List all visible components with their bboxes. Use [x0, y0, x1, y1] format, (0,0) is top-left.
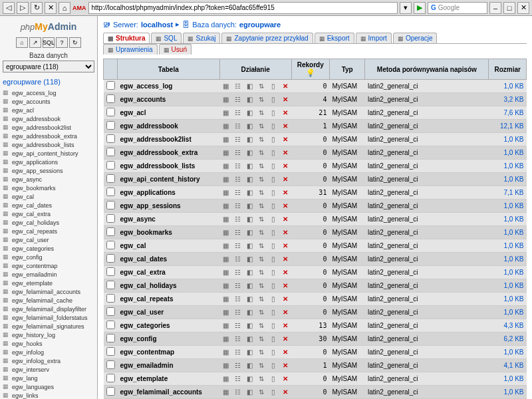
sidebar-table-item[interactable]: egw_cal_user [3, 235, 94, 244]
table-name-cell[interactable]: egw_addressbook [118, 120, 220, 133]
table-name-cell[interactable]: egw_cal_dates [118, 253, 220, 266]
browse-icon[interactable]: ▦ [219, 306, 231, 319]
insert-icon[interactable]: ⇅ [255, 80, 267, 93]
sidebar-table-item[interactable]: egw_app_sessions [3, 166, 94, 175]
table-name-cell[interactable]: egw_accounts [118, 93, 220, 106]
table-name-cell[interactable]: egw_categories [118, 319, 220, 332]
reload-button[interactable]: ↻ [31, 2, 43, 14]
browse-icon[interactable]: ▦ [219, 93, 231, 106]
insert-icon[interactable]: ⇅ [255, 160, 267, 173]
structure-icon[interactable]: ☷ [231, 186, 243, 200]
drop-icon[interactable]: ✕ [279, 173, 291, 186]
row-checkbox[interactable] [106, 81, 115, 90]
browse-icon[interactable]: ▦ [219, 386, 231, 399]
structure-icon[interactable]: ☷ [231, 372, 243, 386]
row-checkbox[interactable] [106, 134, 115, 143]
search-icon[interactable]: ◧ [243, 346, 255, 359]
structure-icon[interactable]: ☷ [231, 146, 243, 160]
browse-icon[interactable]: ▦ [219, 293, 231, 306]
sidebar-table-item[interactable]: egw_addressbook [3, 114, 94, 123]
tab-sql[interactable]: ▦SQL [151, 33, 182, 43]
sidebar-table-item[interactable]: egw_emailadmin [3, 270, 94, 279]
empty-icon[interactable]: ▯ [267, 213, 279, 226]
size-cell[interactable]: 7,6 KB [489, 106, 527, 120]
sidebar-table-item[interactable]: egw_access_log [3, 88, 94, 97]
sidebar-table-item[interactable]: egw_felamimail_signatures [3, 322, 94, 331]
structure-icon[interactable]: ☷ [231, 346, 243, 359]
size-cell[interactable]: 1,0 KB [489, 306, 527, 319]
browse-icon[interactable]: ▦ [219, 133, 231, 146]
table-name-cell[interactable]: egw_emailadmin [118, 359, 220, 372]
search-icon[interactable]: ◧ [243, 80, 255, 93]
size-cell[interactable]: 1,0 KB [489, 226, 527, 239]
sidebar-table-item[interactable]: egw_felamimail_accounts [3, 287, 94, 296]
tab-usuń[interactable]: ▦Usuń [159, 44, 192, 55]
insert-icon[interactable]: ⇅ [255, 306, 267, 319]
structure-icon[interactable]: ☷ [231, 266, 243, 279]
url-bar[interactable]: http://localhost/phpmyadmin/index.php?to… [88, 2, 398, 14]
structure-icon[interactable]: ☷ [231, 332, 243, 346]
table-name-cell[interactable]: egw_cal_repeats [118, 293, 220, 306]
sidebar-table-item[interactable]: egw_felamimail_cache [3, 296, 94, 305]
insert-icon[interactable]: ⇅ [255, 386, 267, 399]
search-icon[interactable]: ◧ [243, 306, 255, 319]
row-checkbox[interactable] [106, 360, 115, 369]
empty-icon[interactable]: ▯ [267, 106, 279, 120]
size-cell[interactable]: 1,0 KB [489, 279, 527, 293]
empty-icon[interactable]: ▯ [267, 173, 279, 186]
sidebar-table-item[interactable]: egw_cal_holidays [3, 218, 94, 227]
sidebar-table-item[interactable]: egw_infolog_extra [3, 356, 94, 365]
size-cell[interactable]: 1,0 KB [489, 146, 527, 160]
insert-icon[interactable]: ⇅ [255, 173, 267, 186]
structure-icon[interactable]: ☷ [231, 93, 243, 106]
insert-icon[interactable]: ⇅ [255, 93, 267, 106]
search-icon[interactable]: ◧ [243, 93, 255, 106]
browse-icon[interactable]: ▦ [219, 106, 231, 120]
size-cell[interactable]: 1,0 KB [489, 372, 527, 386]
drop-icon[interactable]: ✕ [279, 80, 291, 93]
row-checkbox[interactable] [106, 241, 115, 249]
empty-icon[interactable]: ▯ [267, 160, 279, 173]
row-checkbox[interactable] [106, 188, 115, 196]
table-name-cell[interactable]: egw_app_sessions [118, 200, 220, 213]
row-checkbox[interactable] [106, 214, 115, 223]
sidebar-table-item[interactable]: egw_addressbook_extra [3, 132, 94, 140]
empty-icon[interactable]: ▯ [267, 346, 279, 359]
drop-icon[interactable]: ✕ [279, 306, 291, 319]
structure-icon[interactable]: ☷ [231, 279, 243, 293]
row-checkbox[interactable] [106, 374, 115, 382]
size-cell[interactable]: 1,0 KB [489, 293, 527, 306]
drop-icon[interactable]: ✕ [279, 213, 291, 226]
row-checkbox[interactable] [106, 267, 115, 276]
drop-icon[interactable]: ✕ [279, 106, 291, 120]
insert-icon[interactable]: ⇅ [255, 346, 267, 359]
search-icon[interactable]: ◧ [243, 200, 255, 213]
size-cell[interactable]: 4,3 KB [489, 319, 527, 332]
sidebar-table-item[interactable]: egw_hooks [3, 339, 94, 348]
browse-icon[interactable]: ▦ [219, 319, 231, 332]
size-cell[interactable]: 1,0 KB [489, 266, 527, 279]
search-icon[interactable]: ◧ [243, 253, 255, 266]
structure-icon[interactable]: ☷ [231, 319, 243, 332]
insert-icon[interactable]: ⇅ [255, 226, 267, 239]
search-icon[interactable]: ◧ [243, 372, 255, 386]
sidebar-table-item[interactable]: egw_bookmarks [3, 184, 94, 192]
row-checkbox[interactable] [106, 201, 115, 209]
structure-icon[interactable]: ☷ [231, 253, 243, 266]
drop-icon[interactable]: ✕ [279, 386, 291, 399]
tab-struktura[interactable]: ▦Struktura [103, 33, 150, 43]
browse-icon[interactable]: ▦ [219, 279, 231, 293]
maximize-button[interactable]: □ [503, 2, 515, 14]
home-button[interactable]: ⌂ [59, 2, 70, 14]
search-icon[interactable]: ◧ [243, 293, 255, 306]
forward-button[interactable]: ▷ [17, 2, 29, 14]
stop-button[interactable]: ✕ [45, 2, 57, 14]
size-cell[interactable]: 1,0 KB [489, 253, 527, 266]
sidebar-table-item[interactable]: egw_cal_repeats [3, 227, 94, 235]
search-icon[interactable]: ◧ [243, 146, 255, 160]
docs-icon[interactable]: ? [56, 37, 68, 48]
row-checkbox[interactable] [106, 174, 115, 183]
size-cell[interactable]: 1,0 KB [489, 386, 527, 399]
empty-icon[interactable]: ▯ [267, 306, 279, 319]
empty-icon[interactable]: ▯ [267, 93, 279, 106]
